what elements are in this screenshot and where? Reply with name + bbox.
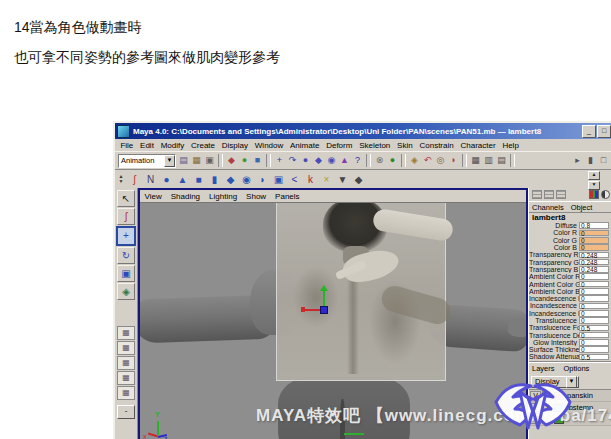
shelf-epcurve-icon[interactable]: ʃ — [127, 172, 142, 187]
channel-value-field[interactable]: 0 — [579, 339, 609, 346]
shelf-torus-icon[interactable]: ◉ — [239, 172, 254, 187]
shelf-sphere-icon[interactable]: ● — [159, 172, 174, 187]
channel-value-field[interactable]: 0.8 — [579, 222, 609, 229]
menu-constrain[interactable]: Constrain — [416, 141, 457, 150]
shelf-plane-icon[interactable]: ◆ — [223, 172, 238, 187]
shelf-scroll-up-icon[interactable]: ▲ — [588, 171, 600, 180]
show-tool-settings-icon[interactable]: □ — [597, 154, 610, 167]
channel-value-field[interactable]: 0 — [579, 346, 609, 353]
shelf-cone-icon[interactable]: ▲ — [175, 172, 190, 187]
make-live-icon[interactable]: ▲ — [338, 154, 351, 167]
title-bar[interactable]: Maya 4.0: C:\Documents and Settings\Admi… — [115, 123, 611, 139]
help-mode-icon[interactable]: ? — [351, 154, 364, 167]
select-object-icon[interactable]: ● — [238, 154, 251, 167]
menu-skin[interactable]: Skin — [394, 141, 416, 150]
shelf-nurbs-n-icon[interactable]: N — [143, 172, 158, 187]
move-manipulator-center[interactable] — [320, 306, 328, 314]
viewport-menu-shading[interactable]: Shading — [166, 192, 204, 201]
channel-value-field[interactable]: 0 — [579, 273, 609, 280]
channel-value-field[interactable]: 0 — [579, 317, 609, 324]
menu-modify[interactable]: Modify — [157, 141, 187, 150]
channel-value-field[interactable]: 0.248 — [579, 252, 609, 259]
maximize-button[interactable]: □ — [597, 125, 611, 138]
select-hierarchy-icon[interactable]: ◆ — [225, 154, 238, 167]
channel-value-field[interactable]: 0 — [579, 244, 609, 251]
snap-curve-icon[interactable]: ↷ — [286, 154, 299, 167]
paint-effects-icon[interactable]: ◗ — [447, 154, 460, 167]
snap-point-icon[interactable]: ● — [299, 154, 312, 167]
history-undo-icon[interactable]: ↶ — [421, 154, 434, 167]
sort-hierarchy-icon[interactable] — [544, 190, 554, 199]
move-tool[interactable]: + — [116, 226, 136, 246]
viewport-menu-view[interactable]: View — [140, 192, 166, 201]
menu-skeleton[interactable]: Skeleton — [356, 141, 394, 150]
shelf-paint-icon[interactable]: ▼ — [335, 172, 350, 187]
shelf-tab-button[interactable]: ▲▼ — [116, 171, 126, 187]
show-inputs-icon[interactable]: ▸ — [571, 154, 584, 167]
shelf-poly-cube-icon[interactable]: ▣ — [271, 172, 286, 187]
chevron-down-icon[interactable]: ▼ — [164, 155, 175, 167]
highlight-selection-icon[interactable]: ● — [386, 154, 399, 167]
layout-single-persp[interactable]: ▦ — [117, 326, 135, 340]
viewport-menu-panels[interactable]: Panels — [271, 192, 304, 201]
lock-selection-icon[interactable]: ⊗ — [373, 154, 386, 167]
toolbox-more-button[interactable]: - — [117, 405, 135, 419]
lasso-tool[interactable]: ʃ — [117, 208, 135, 225]
render-globals-icon[interactable]: ▤ — [495, 154, 508, 167]
snap-view-icon[interactable]: ◉ — [325, 154, 338, 167]
menu-edit[interactable]: Edit — [137, 141, 158, 150]
channel-value-field[interactable]: 0 — [579, 310, 609, 317]
shelf-ik-handle-icon[interactable]: k — [303, 172, 318, 187]
ipr-render-icon[interactable]: ▥ — [482, 154, 495, 167]
menu-file[interactable]: File — [117, 141, 137, 150]
construction-history-icon[interactable]: ◎ — [434, 154, 447, 167]
shelf-cylinder-icon[interactable]: ▮ — [207, 172, 222, 187]
menu-mode-selector[interactable]: Animation ▼ — [118, 154, 176, 168]
sort-custom-icon[interactable] — [556, 190, 566, 199]
history-input-icon[interactable]: ◈ — [408, 154, 421, 167]
channel-value-field[interactable]: 0 — [579, 281, 609, 288]
rotate-tool[interactable]: ↻ — [117, 247, 135, 264]
layout-persp-graph[interactable]: ▦ — [117, 371, 135, 385]
rgb-display-icon[interactable] — [589, 190, 599, 199]
menu-animate[interactable]: Animate — [287, 141, 323, 150]
menu-window[interactable]: Window — [251, 141, 286, 150]
channel-tab-object[interactable]: Object — [571, 203, 593, 212]
layout-hypershade-persp[interactable]: ▦ — [117, 386, 135, 400]
shelf-poly-sphere-icon[interactable]: ◗ — [255, 172, 270, 187]
sort-alpha-icon[interactable] — [532, 190, 542, 199]
channel-value-field[interactable]: 0 — [579, 288, 609, 295]
shelf-delete-icon[interactable]: × — [319, 172, 334, 187]
reference-photo-plane[interactable] — [276, 203, 446, 381]
channel-value-field[interactable]: 0 — [579, 295, 609, 302]
move-manipulator-x-tick[interactable] — [301, 307, 305, 312]
file-save-icon[interactable]: ▣ — [203, 154, 216, 167]
select-tool[interactable]: ↖ — [117, 190, 135, 207]
channel-value-field[interactable]: 0.5 — [579, 354, 609, 361]
layout-persp-outliner[interactable]: ▦ — [117, 356, 135, 370]
menu-character[interactable]: Character — [457, 141, 499, 150]
menu-create[interactable]: Create — [188, 141, 219, 150]
menu-deform[interactable]: Deform — [323, 141, 356, 150]
shelf-joint-icon[interactable]: < — [287, 172, 302, 187]
snap-plane-icon[interactable]: ◆ — [312, 154, 325, 167]
file-open-icon[interactable]: ▦ — [190, 154, 203, 167]
render-icon[interactable]: ▦ — [469, 154, 482, 167]
channel-value-field[interactable]: 0.248 — [579, 259, 609, 266]
speed-toggle-icon[interactable] — [601, 190, 610, 199]
shelf-cube-icon[interactable]: ■ — [191, 172, 206, 187]
select-component-icon[interactable]: ■ — [251, 154, 264, 167]
channel-node-name[interactable]: lambert8 — [529, 213, 611, 222]
shelf-scroll-down-icon[interactable]: ▼ — [588, 181, 600, 190]
show-channel-box-icon[interactable]: ▮ — [584, 154, 597, 167]
menu-help[interactable]: Help — [499, 141, 522, 150]
shelf-particles-icon[interactable]: ◆ — [351, 172, 366, 187]
scale-tool[interactable]: ▣ — [117, 265, 135, 282]
channel-tab-channels[interactable]: Channels — [532, 203, 564, 212]
channel-value-field[interactable]: 0 — [579, 303, 609, 310]
viewport-menu-lighting[interactable]: Lighting — [205, 192, 242, 201]
layout-four-view[interactable]: ▦ — [117, 341, 135, 355]
file-new-icon[interactable]: ▤ — [177, 154, 190, 167]
viewport-menu-show[interactable]: Show — [242, 192, 271, 201]
channel-value-field[interactable]: 0.248 — [579, 266, 609, 273]
